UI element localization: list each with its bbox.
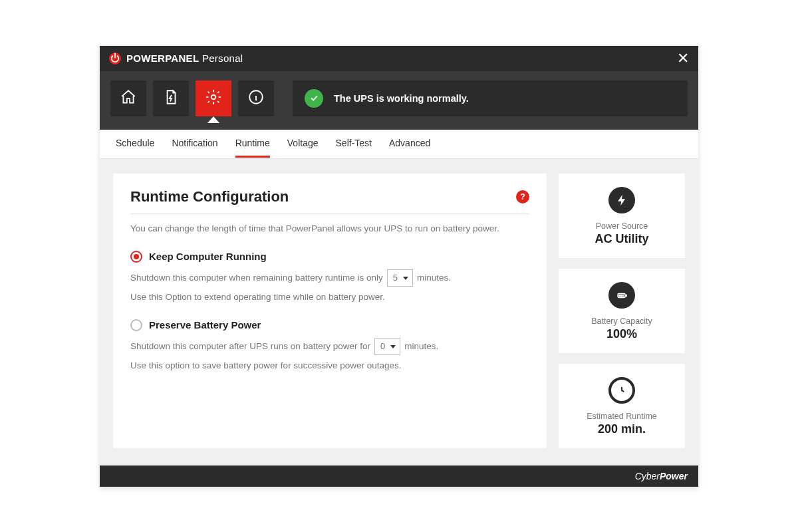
brand: POWERPANEL Personal (109, 53, 243, 65)
opt1-text-a: Shutdown this computer when remaining ba… (130, 273, 383, 283)
opt2-minutes-select[interactable]: 0 (374, 338, 400, 355)
tab-voltage[interactable]: Voltage (287, 130, 319, 158)
footer-bar: CyberPower (100, 466, 698, 487)
opt2-text-a: Shutdown this computer after UPS runs on… (130, 341, 370, 351)
svg-rect-6 (622, 295, 624, 297)
panel-header: Runtime Configuration ? (130, 188, 529, 214)
battery-label: Battery Capacity (591, 317, 652, 326)
document-bolt-icon (162, 88, 180, 108)
status-text: The UPS is working normally. (334, 93, 469, 104)
brand-light: Personal (202, 53, 243, 64)
battery-value: 100% (606, 327, 637, 341)
brand-logo-icon (109, 53, 121, 65)
nav-report-button[interactable] (153, 80, 189, 116)
panel-description: You can change the length of time that P… (130, 223, 529, 233)
tab-advanced[interactable]: Advanced (389, 130, 430, 158)
radio-preserve-battery[interactable] (130, 319, 142, 331)
option-preserve-battery-title: Preserve Battery Power (149, 319, 261, 331)
card-power-source: Power Source AC Utility (559, 174, 685, 258)
status-ok-icon (305, 89, 323, 108)
title-bar: POWERPANEL Personal ✕ (100, 46, 698, 71)
status-banner: The UPS is working normally. (293, 80, 688, 116)
tab-schedule[interactable]: Schedule (116, 130, 154, 158)
runtime-label: Estimated Runtime (587, 412, 657, 421)
option-keep-running: Keep Computer Running Shutdown this comp… (130, 251, 529, 302)
opt2-text-b: minutes. (404, 341, 438, 351)
card-estimated-runtime: Estimated Runtime 200 min. (559, 364, 685, 448)
svg-rect-3 (626, 295, 627, 297)
footer-brand-a: Cyber (635, 471, 660, 481)
power-source-label: Power Source (596, 221, 648, 231)
status-sidebar: Power Source AC Utility Battery Capacity… (559, 174, 685, 448)
home-icon (120, 88, 137, 108)
opt1-text-b: minutes. (417, 273, 451, 283)
svg-point-0 (211, 94, 216, 99)
bolt-icon (608, 187, 635, 213)
runtime-value: 200 min. (598, 422, 646, 436)
tab-selftest[interactable]: Self-Test (336, 130, 372, 158)
card-battery-capacity: Battery Capacity 100% (559, 269, 685, 353)
content-area: Runtime Configuration ? You can change t… (100, 159, 698, 466)
brand-text: POWERPANEL Personal (126, 53, 243, 64)
svg-rect-5 (620, 295, 622, 297)
info-icon (247, 88, 265, 108)
option-keep-running-title: Keep Computer Running (149, 251, 267, 262)
tab-notification[interactable]: Notification (172, 130, 217, 158)
clock-icon (608, 377, 635, 404)
option-preserve-battery: Preserve Battery Power Shutdown this com… (130, 319, 529, 370)
svg-rect-4 (619, 295, 620, 297)
close-icon[interactable]: ✕ (677, 51, 689, 66)
opt2-hint: Use this option to save battery power fo… (130, 360, 529, 370)
app-window: POWERPANEL Personal ✕ (100, 46, 698, 487)
nav-info-button[interactable] (238, 80, 274, 116)
opt1-minutes-value: 5 (393, 273, 398, 283)
nav-home-button[interactable] (110, 80, 146, 116)
opt2-minutes-value: 0 (380, 341, 385, 351)
radio-keep-running[interactable] (130, 251, 142, 263)
opt1-minutes-select[interactable]: 5 (387, 269, 413, 287)
panel-title: Runtime Configuration (130, 188, 289, 205)
power-source-value: AC Utility (595, 232, 649, 246)
opt1-hint: Use this Option to extend operating time… (130, 292, 529, 302)
main-toolbar: The UPS is working normally. (100, 71, 698, 130)
brand-bold: POWERPANEL (126, 53, 199, 64)
help-icon[interactable]: ? (516, 190, 529, 203)
tab-strip: Schedule Notification Runtime Voltage Se… (100, 130, 698, 159)
nav-settings-button[interactable] (196, 80, 231, 116)
gear-icon (205, 88, 222, 108)
battery-icon (608, 282, 635, 309)
tab-runtime[interactable]: Runtime (235, 130, 270, 158)
footer-brand: CyberPower (635, 471, 688, 481)
footer-brand-b: Power (660, 471, 688, 481)
settings-panel: Runtime Configuration ? You can change t… (113, 174, 547, 448)
